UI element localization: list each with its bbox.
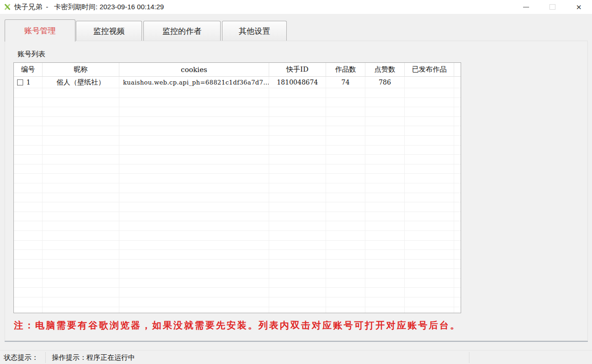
- cell-works: 74: [326, 77, 365, 88]
- empty-cell: [269, 231, 326, 240]
- empty-cell: [454, 212, 461, 221]
- empty-cell: [365, 269, 405, 278]
- close-button[interactable]: ✕: [566, 0, 592, 14]
- row-checkbox[interactable]: [17, 79, 23, 85]
- empty-row: [14, 212, 461, 222]
- account-table[interactable]: 编号昵称cookies快手ID作品数点赞数已发布作品 1俗人（壁纸社）kuais…: [13, 62, 461, 313]
- empty-cell: [326, 288, 365, 297]
- cell-published: [405, 77, 454, 88]
- column-header-id[interactable]: 编号: [14, 63, 43, 76]
- empty-cell: [405, 136, 454, 145]
- empty-cell: [269, 269, 326, 278]
- table-body[interactable]: 1俗人（壁纸社）kuaishou.web.cp.api_ph=68821c1df…: [14, 77, 461, 313]
- empty-cell: [119, 297, 269, 307]
- empty-cell: [119, 193, 269, 202]
- empty-cell: [119, 307, 269, 313]
- empty-cell: [269, 202, 326, 212]
- empty-cell: [365, 260, 405, 269]
- empty-cell: [269, 183, 326, 193]
- empty-cell: [365, 297, 405, 307]
- empty-row: [14, 221, 461, 231]
- empty-cell: [454, 250, 461, 259]
- empty-cell: [365, 88, 405, 97]
- empty-cell: [43, 212, 119, 221]
- empty-cell: [43, 221, 119, 231]
- window-controls: ✕: [513, 0, 592, 14]
- empty-cell: [43, 269, 119, 278]
- empty-cell: [43, 250, 119, 259]
- empty-cell: [454, 279, 461, 288]
- empty-cell: [326, 250, 365, 259]
- empty-cell: [14, 136, 43, 145]
- empty-cell: [405, 117, 454, 126]
- table-row[interactable]: 1俗人（壁纸社）kuaishou.web.cp.api_ph=68821c1df…: [14, 77, 461, 88]
- tab-monitored-authors[interactable]: 监控的作者: [143, 21, 221, 41]
- empty-cell: [365, 221, 405, 231]
- column-header-cookies[interactable]: cookies: [119, 63, 269, 76]
- account-list-label: 账号列表: [18, 50, 45, 59]
- empty-cell: [43, 136, 119, 145]
- empty-cell: [269, 212, 326, 221]
- empty-cell: [405, 98, 454, 107]
- tab-label: 账号管理: [25, 25, 56, 36]
- empty-cell: [405, 231, 454, 240]
- empty-cell: [454, 288, 461, 297]
- empty-cell: [43, 88, 119, 97]
- column-header-likes[interactable]: 点赞数: [365, 63, 405, 76]
- empty-cell: [269, 164, 326, 174]
- empty-cell: [269, 126, 326, 135]
- empty-cell: [14, 241, 43, 250]
- tab-account-management[interactable]: 账号管理: [5, 19, 75, 42]
- empty-cell: [326, 126, 365, 135]
- empty-cell: [269, 260, 326, 269]
- empty-row: [14, 231, 461, 241]
- tab-monitor-videos[interactable]: 监控视频: [76, 21, 142, 41]
- tab-label: 监控的作者: [162, 26, 202, 36]
- empty-cell: [365, 136, 405, 145]
- column-header-published[interactable]: 已发布作品: [405, 63, 454, 76]
- empty-cell: [119, 241, 269, 250]
- column-header-nickname[interactable]: 昵称: [43, 63, 119, 76]
- empty-cell: [14, 164, 43, 174]
- empty-cell: [326, 307, 365, 313]
- empty-cell: [14, 260, 43, 269]
- empty-row: [14, 250, 461, 260]
- empty-cell: [43, 297, 119, 307]
- empty-cell: [405, 155, 454, 164]
- tab-other-settings[interactable]: 其他设置: [222, 21, 287, 41]
- status-bar: 状态提示： 操作提示：程序正在运行中: [0, 350, 592, 364]
- empty-cell: [454, 307, 461, 313]
- empty-row: [14, 183, 461, 193]
- empty-cell: [269, 307, 326, 313]
- empty-cell: [326, 297, 365, 307]
- empty-cell: [405, 279, 454, 288]
- empty-cell: [14, 146, 43, 155]
- empty-cell: [326, 88, 365, 97]
- empty-cell: [454, 107, 461, 116]
- empty-cell: [405, 288, 454, 297]
- minimize-button[interactable]: [513, 0, 539, 14]
- column-header-works[interactable]: 作品数: [326, 63, 365, 76]
- empty-cell: [119, 221, 269, 231]
- empty-cell: [326, 269, 365, 278]
- empty-cell: [14, 297, 43, 307]
- empty-row: [14, 297, 461, 307]
- empty-cell: [269, 288, 326, 297]
- empty-cell: [365, 193, 405, 202]
- maximize-button: [539, 0, 566, 14]
- empty-cell: [454, 202, 461, 212]
- empty-cell: [326, 174, 365, 183]
- empty-row: [14, 88, 461, 98]
- empty-cell: [119, 98, 269, 107]
- empty-cell: [405, 164, 454, 174]
- cell-kuaishou_id: 1810048674: [269, 77, 326, 88]
- empty-cell: [454, 136, 461, 145]
- empty-cell: [119, 231, 269, 240]
- empty-cell: [43, 98, 119, 107]
- empty-cell: [365, 164, 405, 174]
- empty-cell: [365, 174, 405, 183]
- empty-cell: [405, 107, 454, 116]
- empty-cell: [119, 136, 269, 145]
- column-header-kuaishou_id[interactable]: 快手ID: [269, 63, 326, 76]
- empty-cell: [14, 221, 43, 231]
